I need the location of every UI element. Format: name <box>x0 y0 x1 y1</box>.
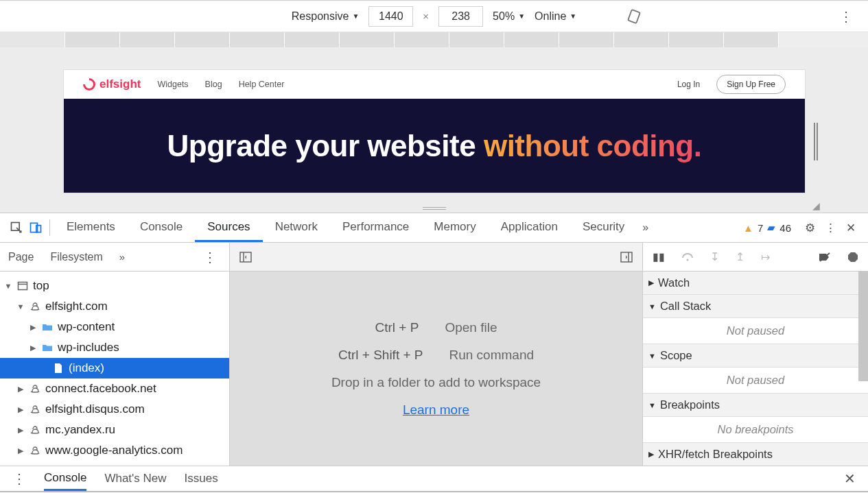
nav-help[interactable]: Help Center <box>239 80 285 89</box>
navigator-tabs: Page Filesystem » ⋮ <box>0 243 229 272</box>
section-callstack[interactable]: ▼Call Stack <box>643 295 868 318</box>
openfile-shortcut: Ctrl + P <box>375 320 419 335</box>
runcmd-shortcut: Ctrl + Shift + P <box>338 348 423 363</box>
nav-tab-filesystem[interactable]: Filesystem <box>50 251 102 263</box>
width-resize-handle[interactable] <box>814 123 818 160</box>
callstack-body: Not paused <box>643 318 868 344</box>
page-preview-frame[interactable]: elfsight Widgets Blog Help Center Log In… <box>64 70 805 193</box>
step-icon[interactable]: ↦ <box>761 250 770 263</box>
svg-marker-12 <box>848 252 858 262</box>
drawer-tab-issues[interactable]: Issues <box>185 472 218 485</box>
tree-folder-wp-content[interactable]: ▶wp-content <box>0 317 229 337</box>
step-over-icon[interactable] <box>681 252 694 262</box>
editor-placeholder: Ctrl + POpen file Ctrl + Shift + PRun co… <box>230 272 642 466</box>
tree-domain-disqus[interactable]: ▶elfsight.disqus.com <box>0 399 229 420</box>
learn-more-link[interactable]: Learn more <box>403 402 469 418</box>
file-tree[interactable]: ▼top ▼elfsight.com ▶wp-content ▶wp-inclu… <box>0 272 229 466</box>
tree-domain-main[interactable]: ▼elfsight.com <box>0 296 229 317</box>
device-more-icon[interactable]: ⋮ <box>839 8 853 25</box>
height-resize-handle[interactable] <box>423 207 446 210</box>
settings-icon[interactable]: ⚙ <box>799 221 820 235</box>
svg-point-10 <box>687 258 689 261</box>
nav-tab-page[interactable]: Page <box>8 251 34 263</box>
tree-domain-facebook[interactable]: ▶connect.facebook.net <box>0 378 229 399</box>
hero-section: Upgrade your website without coding. <box>64 99 805 193</box>
tab-network[interactable]: Network <box>263 213 330 242</box>
editor-pane: Ctrl + POpen file Ctrl + Shift + PRun co… <box>230 243 643 466</box>
drawer-tab-whatsnew[interactable]: What's New <box>104 472 166 485</box>
scope-body: Not paused <box>643 368 868 394</box>
corner-resize-icon[interactable]: ◢ <box>812 200 820 211</box>
drawer-close-icon[interactable]: ✕ <box>844 470 856 487</box>
hero-title: Upgrade your website without coding. <box>167 129 702 163</box>
tab-elements[interactable]: Elements <box>54 213 128 242</box>
device-toolbar: Responsive▼ × 50%▼ Online▼ ⋮ <box>0 0 868 32</box>
tree-domain-yandex[interactable]: ▶mc.yandex.ru <box>0 420 229 440</box>
device-mode-dropdown[interactable]: Responsive▼ <box>292 10 360 23</box>
viewport-width-input[interactable] <box>368 6 413 27</box>
site-header: elfsight Widgets Blog Help Center Log In… <box>64 70 805 99</box>
section-scope[interactable]: ▼Scope <box>643 344 868 368</box>
toggle-debugger-icon[interactable] <box>620 251 633 263</box>
tabs-overflow-icon[interactable]: » <box>637 221 654 234</box>
nav-blog[interactable]: Blog <box>205 80 222 89</box>
breakpoints-body: No breakpoints <box>643 417 868 443</box>
step-into-icon[interactable]: ↧ <box>710 250 719 263</box>
tree-top[interactable]: ▼top <box>0 276 229 296</box>
tree-domain-ga[interactable]: ▶www.google-analytics.com <box>0 440 229 461</box>
site-logo[interactable]: elfsight <box>83 77 141 91</box>
message-icon: ▰ <box>767 221 775 234</box>
signup-button[interactable]: Sign Up Free <box>716 75 786 94</box>
throttling-dropdown[interactable]: Online▼ <box>535 10 576 23</box>
nav-tabs-overflow-icon[interactable]: » <box>119 251 125 263</box>
devtools-close-icon[interactable]: ✕ <box>841 221 861 235</box>
drawer-more-icon[interactable]: ⋮ <box>12 470 26 487</box>
nav-widgets[interactable]: Widgets <box>157 80 188 89</box>
device-toggle-icon[interactable] <box>26 221 45 235</box>
editor-toolbar <box>230 243 642 272</box>
viewport-height-input[interactable] <box>438 6 483 27</box>
section-xhr-breakpoints[interactable]: ▶XHR/fetch Breakpoints <box>643 443 868 466</box>
dimension-separator: × <box>423 10 429 22</box>
zoom-dropdown[interactable]: 50%▼ <box>493 10 525 23</box>
warning-icon: ▲ <box>743 222 753 234</box>
openfile-label: Open file <box>445 320 497 335</box>
tree-file-index[interactable]: (index) <box>0 358 229 378</box>
warning-count: 7 <box>758 222 763 234</box>
login-link[interactable]: Log In <box>677 80 700 89</box>
responsive-viewport: elfsight Widgets Blog Help Center Log In… <box>0 47 868 213</box>
rotate-icon[interactable] <box>626 9 642 24</box>
debugger-toolbar: ▮▮ ↧ ↥ ↦ <box>643 243 868 272</box>
tab-memory[interactable]: Memory <box>421 213 488 242</box>
section-watch[interactable]: ▶Watch <box>643 272 868 295</box>
devtools-tabbar: Elements Console Sources Network Perform… <box>0 213 868 243</box>
toggle-navigator-icon[interactable] <box>239 251 252 263</box>
message-count: 46 <box>779 222 791 234</box>
deactivate-breakpoints-icon[interactable] <box>819 252 831 263</box>
debugger-pane: ▮▮ ↧ ↥ ↦ ▶Watch ▼Call Stack Not paused ▼… <box>643 243 868 466</box>
tab-console[interactable]: Console <box>128 213 195 242</box>
navigator-more-icon[interactable]: ⋮ <box>203 249 217 265</box>
svg-rect-4 <box>19 282 27 290</box>
devtools-more-icon[interactable]: ⋮ <box>820 221 841 235</box>
svg-rect-0 <box>628 10 640 23</box>
ruler-bar <box>0 32 868 47</box>
pause-icon[interactable]: ▮▮ <box>653 250 665 263</box>
pause-on-exceptions-icon[interactable] <box>847 252 858 263</box>
issue-counts[interactable]: ▲7 ▰46 <box>743 221 791 234</box>
inspect-icon[interactable] <box>7 221 26 235</box>
navigator-pane: Page Filesystem » ⋮ ▼top ▼elfsight.com ▶… <box>0 243 230 466</box>
tab-security[interactable]: Security <box>570 213 637 242</box>
sources-panel: Page Filesystem » ⋮ ▼top ▼elfsight.com ▶… <box>0 243 868 466</box>
section-breakpoints[interactable]: ▼Breakpoints <box>643 394 868 417</box>
step-out-icon[interactable]: ↥ <box>736 250 744 263</box>
runcmd-label: Run command <box>449 348 534 363</box>
drawer-tab-console[interactable]: Console <box>44 466 86 491</box>
tab-performance[interactable]: Performance <box>330 213 421 242</box>
tab-application[interactable]: Application <box>489 213 570 242</box>
tab-sources[interactable]: Sources <box>195 213 262 242</box>
debugger-sections: ▶Watch ▼Call Stack Not paused ▼Scope Not… <box>643 272 868 466</box>
drawer-tabbar: ⋮ Console What's New Issues ✕ <box>0 466 868 492</box>
tree-folder-wp-includes[interactable]: ▶wp-includes <box>0 337 229 358</box>
scrollbar-thumb[interactable] <box>858 272 868 381</box>
